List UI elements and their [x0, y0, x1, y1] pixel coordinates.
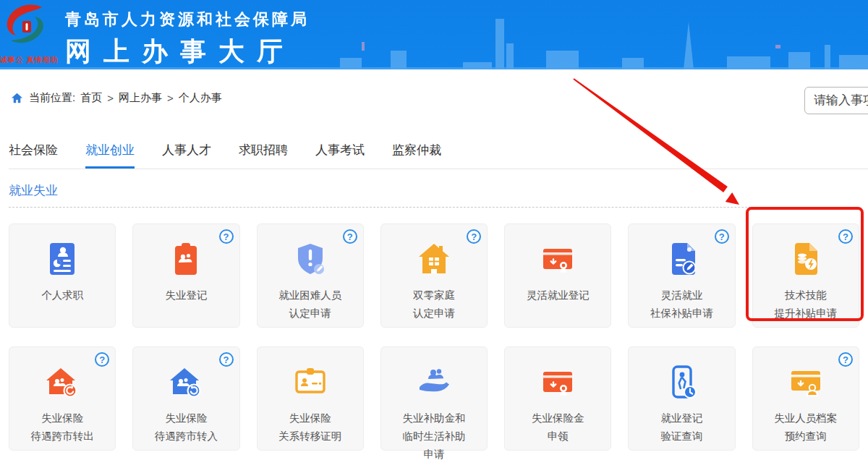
category-tabs: 社会保险 就业创业 人事人才 求职招聘 人事考试 监察仲裁	[9, 124, 868, 169]
breadcrumb-label: 当前位置:	[29, 91, 75, 105]
help-icon[interactable]: ?	[838, 229, 853, 244]
tab-personnel-talent[interactable]: 人事人才	[162, 142, 211, 169]
breadcrumb-link-home[interactable]: 首页	[80, 91, 102, 105]
card-label: 临时生活补助	[381, 427, 487, 446]
bureau-logo[interactable]	[1, 1, 52, 55]
service-card-employment-registration-verification[interactable]: 就业登记 验证查询	[628, 346, 735, 451]
house-transfer-out-icon	[43, 363, 81, 401]
service-card-double-zero-family-certification[interactable]: ? 双零家庭 认定申请	[380, 223, 488, 328]
tab-personnel-exam[interactable]: 人事考试	[315, 142, 365, 169]
service-card-unemployment-insurance-benefit-claim[interactable]: 失业保险金 申领	[504, 346, 611, 451]
tab-social-insurance[interactable]: 社会保险	[9, 142, 58, 169]
help-icon[interactable]: ?	[838, 352, 853, 367]
service-card-unemployment-registration[interactable]: ? 失业登记	[132, 223, 239, 328]
card-label: 预约查询	[753, 427, 859, 446]
tab-employment-entrepreneurship[interactable]: 就业创业	[85, 142, 135, 169]
certificate-card-icon	[539, 363, 576, 401]
card-label: 灵活就业登记	[505, 286, 610, 304]
service-card-skill-upgrade-subsidy[interactable]: ? 技术技能 提升补贴申请	[752, 223, 859, 328]
search-input[interactable]	[804, 87, 868, 114]
clipboard-people-icon	[167, 240, 205, 278]
service-card-unemployment-allowance-temporary-subsidy[interactable]: 失业补助金和 临时生活补助 申请	[380, 346, 488, 451]
card-label: 失业保险	[133, 409, 239, 427]
house-transfer-in-icon	[167, 363, 205, 401]
hand-people-icon	[415, 363, 453, 401]
breadcrumb-link-online-services[interactable]: 网上办事	[119, 91, 162, 105]
card-label: 双零家庭	[381, 286, 487, 304]
home-icon[interactable]	[10, 91, 24, 105]
card-label: 灵活就业	[629, 286, 734, 304]
card-label: 失业保险	[258, 409, 363, 427]
section-header: 就业失业	[9, 182, 859, 208]
card-label: 失业保险	[9, 409, 115, 427]
archive-card-person-icon	[787, 363, 825, 401]
breadcrumb: 当前位置: 首页 > 网上办事 > 个人办事	[10, 91, 222, 105]
id-badge-icon	[292, 363, 329, 401]
help-icon[interactable]: ?	[343, 229, 357, 244]
tab-supervision-arbitration[interactable]: 监察仲裁	[392, 142, 441, 169]
card-label: 待遇跨市转入	[133, 427, 239, 446]
certificate-card-icon	[539, 240, 576, 278]
service-hall-title: 网上办事大厅	[65, 34, 310, 69]
logo-slogan: 诚事公 真情相助	[0, 55, 69, 65]
card-label: 验证查询	[629, 427, 734, 446]
card-label: 失业保险金	[505, 409, 610, 427]
breadcrumb-row: 当前位置: 首页 > 网上办事 > 个人办事	[0, 69, 868, 124]
card-label: 技术技能	[753, 286, 859, 304]
tab-job-recruitment[interactable]: 求职招聘	[239, 142, 288, 169]
service-card-flexible-employment-social-insurance-subsidy[interactable]: ? 灵活就业 社保补贴申请	[628, 223, 735, 328]
help-icon[interactable]: ?	[219, 352, 234, 367]
service-card-insurance-relation-transfer-certificate[interactable]: 失业保险 关系转移证明	[257, 346, 364, 451]
house-icon	[415, 240, 453, 278]
service-card-benefit-transfer-out[interactable]: ? 失业保险 待遇跨市转出	[9, 346, 116, 451]
service-card-personal-job-seeking[interactable]: 个人求职	[9, 223, 116, 328]
page: 诚事公 真情相助 青岛市人力资源和社会保障局 网上办事大厅 当前位置: 首页 >…	[0, 0, 868, 460]
card-label: 提升补贴申请	[753, 304, 859, 323]
card-label: 失业补助金和	[381, 409, 487, 427]
document-coins-icon	[787, 240, 825, 278]
service-card-benefit-transfer-in[interactable]: ? 失业保险 待遇跨市转入	[132, 346, 239, 451]
help-icon[interactable]: ?	[219, 229, 234, 244]
card-label: 申请	[381, 446, 487, 460]
section-title-employment-unemployment[interactable]: 就业失业	[9, 182, 58, 199]
resume-icon	[43, 240, 81, 278]
card-label: 社保补贴申请	[629, 304, 734, 323]
card-label: 申领	[505, 427, 610, 446]
card-label: 待遇跨市转出	[9, 427, 115, 446]
card-label: 就业困难人员	[258, 286, 363, 304]
shield-alert-icon	[292, 240, 329, 278]
card-label: 就业登记	[629, 409, 734, 427]
card-label: 认定申请	[258, 304, 363, 323]
service-card-grid: 个人求职 ? 失业登记 ? 就业困难人员 认定申请	[9, 223, 859, 451]
breadcrumb-separator: >	[107, 92, 114, 104]
document-edit-icon	[663, 240, 701, 278]
card-label: 失业登记	[133, 286, 239, 304]
service-card-flexible-employment-registration[interactable]: 灵活就业登记	[504, 223, 611, 328]
service-card-employment-difficulty-certification[interactable]: ? 就业困难人员 认定申请	[257, 223, 364, 328]
card-label: 认定申请	[381, 304, 487, 323]
header-banner: 诚事公 真情相助 青岛市人力资源和社会保障局 网上办事大厅	[0, 0, 868, 69]
card-label: 个人求职	[9, 286, 115, 304]
breadcrumb-separator: >	[167, 92, 174, 104]
phone-person-clock-icon	[663, 363, 701, 401]
org-name-title: 青岛市人力资源和社会保障局	[65, 9, 310, 30]
help-icon[interactable]: ?	[715, 229, 729, 244]
card-label: 失业人员档案	[753, 409, 859, 427]
help-icon[interactable]: ?	[467, 229, 481, 244]
service-card-unemployed-archive-appointment-query[interactable]: ? 失业人员档案 预约查询	[752, 346, 859, 451]
breadcrumb-link-personal[interactable]: 个人办事	[179, 91, 222, 105]
card-label: 关系转移证明	[258, 427, 363, 446]
